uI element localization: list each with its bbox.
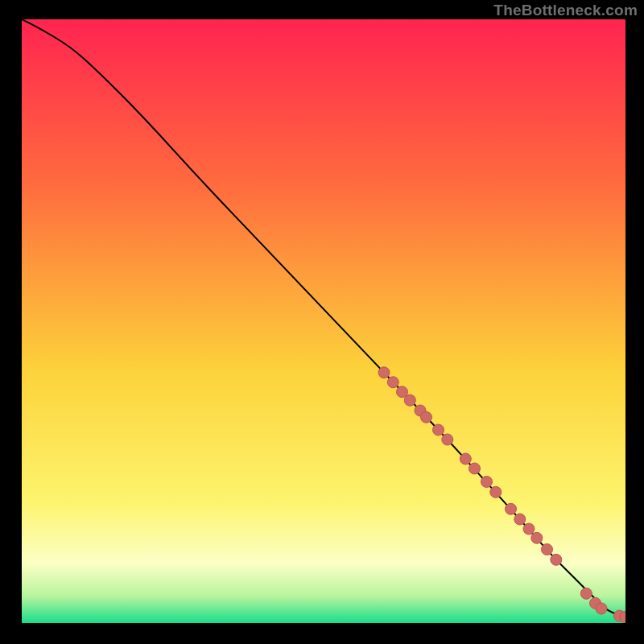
data-dot: [433, 424, 444, 436]
data-dot: [460, 453, 471, 464]
data-dot: [580, 588, 592, 599]
data-dot: [523, 523, 535, 535]
data-dot: [421, 411, 432, 423]
watermark-text: TheBottleneck.com: [493, 2, 638, 19]
data-dot: [387, 377, 398, 388]
data-dot: [378, 367, 390, 378]
data-dot: [469, 463, 481, 474]
chart-frame: TheBottleneck.com: [0, 0, 644, 644]
data-dot: [542, 544, 553, 555]
data-dot: [442, 434, 453, 445]
data-dot: [514, 514, 526, 525]
chart-svg: [22, 19, 625, 623]
data-dot: [481, 477, 493, 488]
data-dot: [404, 394, 415, 406]
data-dot: [551, 554, 562, 565]
plot-area: [22, 19, 625, 623]
data-dot: [490, 486, 502, 497]
data-dot: [596, 603, 607, 614]
data-dot: [531, 532, 543, 543]
data-dot: [506, 503, 517, 514]
